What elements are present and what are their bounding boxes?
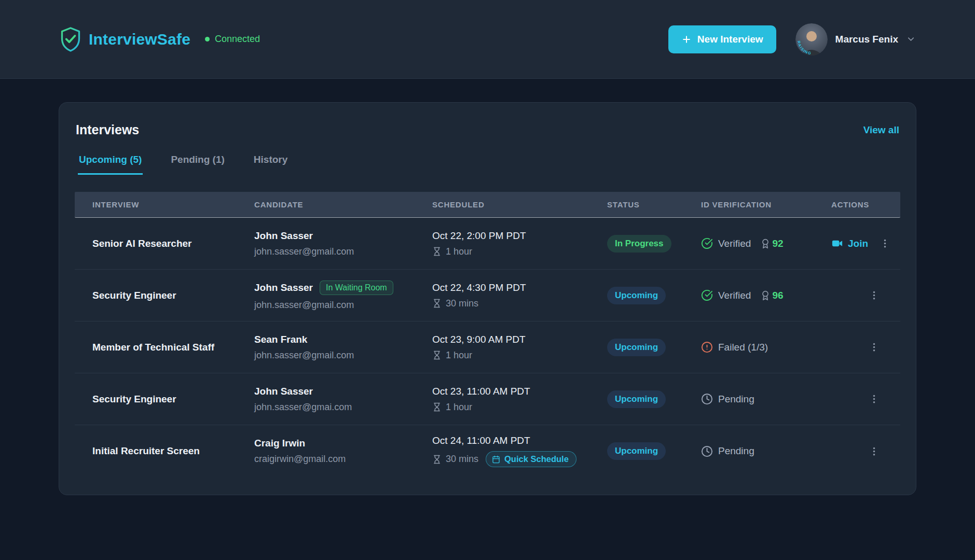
row-menu-button[interactable] [868, 391, 881, 407]
waiting-room-badge: In Waiting Room [320, 281, 393, 295]
video-camera-icon [831, 237, 843, 249]
status-badge: Upcoming [607, 390, 666, 408]
shield-check-icon [59, 27, 82, 52]
status-badge: In Progress [607, 235, 671, 253]
row-menu-button[interactable] [868, 288, 881, 303]
join-button[interactable]: Join [831, 237, 868, 249]
interviews-panel: Interviews View all Upcoming (5) Pending… [59, 102, 916, 495]
status-dot-icon [205, 37, 210, 41]
clock-icon [701, 393, 713, 405]
status-badge: Upcoming [607, 287, 666, 304]
scheduled-date: Oct 23, 11:00 AM PDT [432, 386, 607, 397]
check-circle-icon [701, 289, 713, 301]
candidate-email: craigirwin@gmail.com [254, 454, 432, 465]
vertical-dots-icon [869, 394, 880, 404]
scheduled-date: Oct 22, 4:30 PM PDT [432, 282, 607, 293]
vertical-dots-icon [869, 446, 880, 457]
col-interview: Interview [92, 200, 254, 209]
candidate-email: john.sasser@gmai.com [254, 402, 432, 413]
duration: 30 mins [432, 454, 478, 465]
scheduled-date: Oct 22, 2:00 PM PDT [432, 230, 607, 242]
table-row: Senior AI Researcher John Sasser john.sa… [75, 218, 900, 270]
interview-title: Member of Technical Staff [92, 342, 214, 353]
col-candidate: Candidate [254, 200, 432, 209]
app-title: InterviewSafe [89, 31, 190, 48]
interview-title: Security Engineer [92, 290, 176, 301]
col-status: Status [607, 200, 701, 209]
scheduled-date: Oct 24, 11:00 AM PDT [432, 435, 607, 446]
interview-title: Senior AI Researcher [92, 238, 192, 249]
candidate-email: john.sasser@gmail.com [254, 350, 432, 361]
verification-cell: Verified 96 [701, 289, 831, 301]
award-ribbon-icon [760, 290, 771, 301]
scheduled-date: Oct 23, 9:00 AM PDT [432, 334, 607, 345]
new-interview-button[interactable]: New Interview [668, 25, 776, 53]
tab-bar: Upcoming (5) Pending (1) History [75, 154, 900, 175]
candidate-name: John Sasser [254, 386, 313, 397]
interview-title: Security Engineer [92, 394, 176, 404]
verification-label: Pending [718, 445, 754, 457]
row-menu-button[interactable] [868, 340, 881, 355]
col-actions: Actions [831, 200, 900, 209]
connection-status: Connected [205, 34, 260, 45]
verification-label: Failed (1/3) [718, 342, 768, 353]
table-row: Initial Recruiter Screen Craig Irwin cra… [75, 425, 900, 477]
duration: 1 hour [432, 402, 472, 413]
quick-schedule-badge[interactable]: Quick Schedule [486, 451, 576, 467]
id-score: 96 [760, 290, 783, 301]
table-row: Security Engineer John Sasser In Waiting… [75, 270, 900, 321]
interview-title: Initial Recruiter Screen [92, 445, 200, 456]
brand: InterviewSafe [59, 27, 190, 52]
verification-label: Verified [718, 290, 751, 301]
tab-pending[interactable]: Pending (1) [170, 154, 225, 175]
hourglass-icon [432, 247, 442, 256]
vertical-dots-icon [869, 290, 880, 301]
candidate-name: Sean Frank [254, 334, 307, 345]
hourglass-icon [432, 299, 442, 308]
connection-label: Connected [215, 34, 260, 45]
verification-cell: Failed (1/3) [701, 341, 831, 353]
candidate-name: John Sasser [254, 230, 313, 242]
join-label: Join [848, 238, 868, 249]
top-bar: InterviewSafe Connected New Interview [0, 0, 975, 79]
duration: 1 hour [432, 246, 472, 257]
quick-schedule-label: Quick Schedule [504, 454, 569, 464]
verification-cell: Verified 92 [701, 237, 831, 249]
verification-label: Pending [718, 394, 754, 405]
status-badge: Upcoming [607, 339, 666, 356]
hourglass-icon [432, 402, 442, 412]
duration: 30 mins [432, 298, 478, 309]
panel-header: Interviews View all [75, 122, 900, 137]
id-score-value: 92 [772, 238, 783, 249]
hourglass-icon [432, 455, 442, 464]
col-id-verification: ID Verification [701, 200, 831, 209]
duration-label: 1 hour [446, 402, 472, 413]
panel-title: Interviews [76, 122, 139, 137]
tab-history[interactable]: History [253, 154, 289, 175]
duration: 1 hour [432, 350, 472, 361]
interviews-table: Interview Candidate Scheduled Status ID … [75, 192, 900, 477]
candidate-email: john.sasser@gmail.com [254, 300, 432, 311]
candidate-name: Craig Irwin [254, 438, 305, 449]
tab-upcoming[interactable]: Upcoming (5) [78, 154, 143, 175]
row-menu-button[interactable] [878, 236, 891, 251]
calendar-icon [492, 455, 500, 464]
verification-cell: Pending [701, 445, 831, 457]
id-score: 92 [760, 238, 783, 249]
status-badge: Upcoming [607, 442, 666, 460]
view-all-link[interactable]: View all [863, 124, 899, 136]
hourglass-icon [432, 351, 442, 360]
new-interview-label: New Interview [697, 34, 763, 45]
candidate-name: John Sasser [254, 282, 313, 293]
row-menu-button[interactable] [868, 444, 881, 459]
user-name: Marcus Fenix [835, 34, 898, 45]
candidate-email: john.sasser@gmail.com [254, 246, 432, 257]
chevron-down-icon [906, 34, 916, 44]
table-body: Senior AI Researcher John Sasser john.sa… [75, 218, 900, 477]
user-menu[interactable]: RAISING SEED Marcus Fenix [795, 23, 916, 55]
duration-label: 1 hour [446, 350, 472, 361]
verification-label: Verified [718, 238, 751, 249]
alert-circle-icon [701, 341, 713, 353]
col-scheduled: Scheduled [432, 200, 607, 209]
clock-icon [701, 445, 713, 457]
